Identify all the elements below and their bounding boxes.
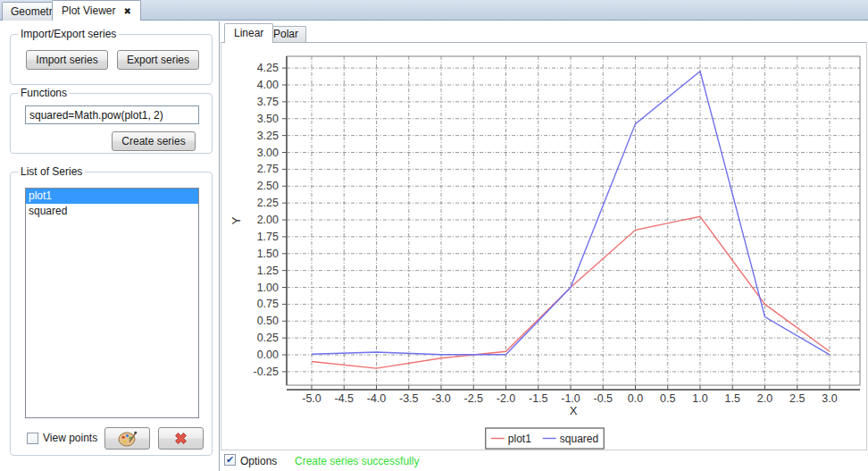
options-checkbox[interactable]: ✔ <box>224 454 236 466</box>
tab-plot-viewer-label: Plot Viewer <box>62 1 115 21</box>
svg-text:4.25: 4.25 <box>257 62 279 74</box>
svg-text:0.75: 0.75 <box>257 298 279 310</box>
svg-text:-3.0: -3.0 <box>431 392 451 405</box>
svg-text:1.50: 1.50 <box>257 248 279 260</box>
svg-text:1.25: 1.25 <box>257 265 279 277</box>
svg-text:-2.0: -2.0 <box>497 392 516 405</box>
svg-text:0.00: 0.00 <box>257 349 279 361</box>
create-series-button[interactable]: Create series <box>112 131 196 151</box>
svg-text:0.25: 0.25 <box>257 332 279 344</box>
import-export-group-title: Import/Export series <box>18 28 119 40</box>
plot-area-panel: Linear Polar -5.0-4.5-4.0-3.5-3.0-2.5-2.… <box>221 21 868 471</box>
svg-text:-0.5: -0.5 <box>593 392 613 405</box>
svg-text:3.0: 3.0 <box>822 392 837 405</box>
svg-text:2.5: 2.5 <box>789 392 805 405</box>
svg-text:1.0: 1.0 <box>692 392 707 405</box>
svg-text:-4.5: -4.5 <box>334 392 354 405</box>
svg-text:3.50: 3.50 <box>257 113 279 125</box>
svg-text:-3.5: -3.5 <box>399 392 419 405</box>
series-listbox[interactable]: plot1 squared <box>25 188 199 418</box>
svg-text:4.00: 4.00 <box>257 79 279 91</box>
svg-text:3.00: 3.00 <box>257 147 279 159</box>
list-item-plot1[interactable]: plot1 <box>26 189 198 204</box>
function-expression-input[interactable] <box>25 105 199 124</box>
svg-text:-1.5: -1.5 <box>529 392 548 405</box>
svg-text:3.25: 3.25 <box>257 130 279 142</box>
view-points-checkbox[interactable] <box>27 433 38 444</box>
svg-text:0.5: 0.5 <box>660 392 675 405</box>
svg-text:2.00: 2.00 <box>257 214 279 226</box>
series-list-group-title: List of Series <box>18 165 85 178</box>
export-series-button[interactable]: Export series <box>117 50 199 70</box>
delete-series-button[interactable] <box>158 427 204 450</box>
svg-text:1.75: 1.75 <box>257 231 279 243</box>
view-points-label: View points <box>43 432 97 444</box>
svg-text:0.0: 0.0 <box>628 392 643 405</box>
options-label: Options <box>240 455 277 467</box>
svg-text:2.25: 2.25 <box>257 197 279 209</box>
svg-text:squared: squared <box>560 433 598 445</box>
tab-plot-viewer[interactable]: Plot Viewer ✖ <box>52 0 141 21</box>
svg-text:1.00: 1.00 <box>257 282 279 294</box>
delete-x-icon <box>172 430 189 447</box>
left-control-panel: Import/Export series Import series Expor… <box>0 21 220 471</box>
chart-container: -5.0-4.5-4.0-3.5-3.0-2.5-2.0-1.5-1.0-0.5… <box>221 42 867 450</box>
svg-text:X: X <box>570 404 578 417</box>
svg-text:-0.25: -0.25 <box>254 366 280 378</box>
svg-text:plot1: plot1 <box>508 433 531 445</box>
svg-text:Y: Y <box>230 216 243 224</box>
list-item-squared[interactable]: squared <box>26 204 198 219</box>
svg-text:2.50: 2.50 <box>257 180 279 192</box>
svg-text:2.0: 2.0 <box>757 392 772 405</box>
svg-text:1.5: 1.5 <box>725 392 740 405</box>
tab-linear[interactable]: Linear <box>224 23 273 43</box>
svg-text:-4.0: -4.0 <box>367 392 387 405</box>
window-tab-bar: Geometry Plot Viewer ✖ <box>0 0 868 21</box>
status-bar: ✔ Options Create series successfully <box>221 450 868 471</box>
series-color-button[interactable] <box>104 427 150 450</box>
svg-text:3.75: 3.75 <box>257 96 279 108</box>
functions-group-title: Functions <box>18 87 70 99</box>
palette-icon <box>118 430 138 447</box>
line-chart-canvas: -5.0-4.5-4.0-3.5-3.0-2.5-2.0-1.5-1.0-0.5… <box>222 44 866 450</box>
status-message: Create series successfully <box>295 455 419 467</box>
svg-text:-2.5: -2.5 <box>463 392 483 405</box>
tab-geometry-label: Geometry <box>11 5 58 18</box>
close-tab-icon[interactable]: ✖ <box>123 6 130 16</box>
import-series-button[interactable]: Import series <box>26 50 108 70</box>
svg-text:-5.0: -5.0 <box>302 392 321 405</box>
svg-text:0.50: 0.50 <box>257 315 279 327</box>
svg-text:-1.0: -1.0 <box>561 392 580 405</box>
svg-text:2.75: 2.75 <box>257 163 279 175</box>
